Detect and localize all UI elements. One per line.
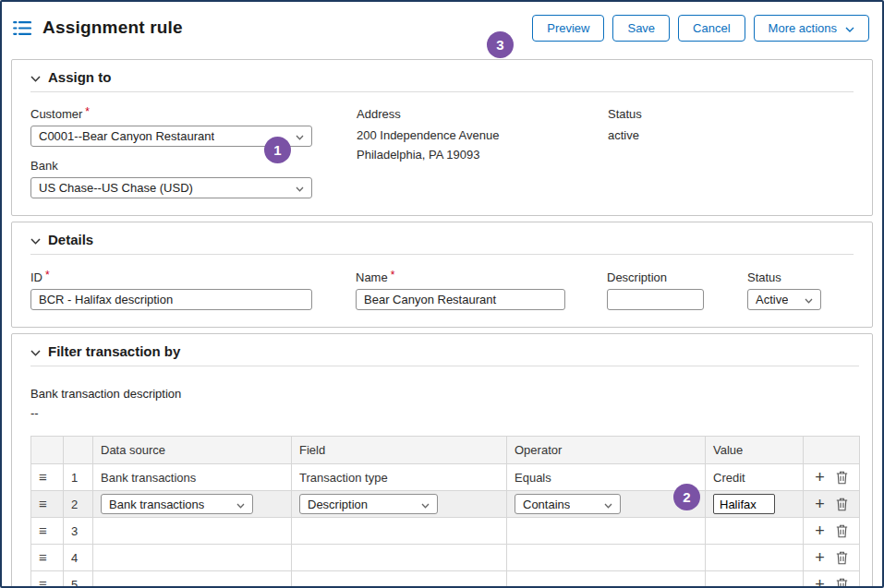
customer-field-group: Customer* C0001--Bear Canyon Restaurant <box>30 107 357 147</box>
chevron-down-icon <box>805 293 813 306</box>
header-actions: Preview Save Cancel More actions <box>532 15 869 42</box>
add-row-icon[interactable]: + <box>815 469 825 486</box>
table-row: ≡ 4 + <box>31 545 860 571</box>
filter-rules-table: Data source Field Operator Value ≡ 1 Ban… <box>30 436 860 588</box>
id-input[interactable] <box>30 289 312 310</box>
section-title: Filter transaction by <box>48 343 180 359</box>
assignment-rule-page: Assignment rule Preview Save Cancel More… <box>0 0 884 588</box>
annotation-badge-2: 2 <box>673 484 700 510</box>
table-row: ≡ 5 + <box>31 571 860 588</box>
add-row-icon[interactable]: + <box>815 549 825 566</box>
cell-value: Credit <box>706 464 804 491</box>
status-group: Status active <box>608 107 642 198</box>
drag-column-header <box>31 437 64 464</box>
more-actions-button[interactable]: More actions <box>754 15 869 42</box>
address-line-1: 200 Independence Avenue <box>357 126 608 145</box>
bank-transaction-description-label: Bank transaction description <box>30 387 859 401</box>
column-header-field: Field <box>292 437 507 464</box>
annotation-badge-3: 3 <box>487 31 514 58</box>
details-section-header[interactable]: Details <box>30 232 854 247</box>
cancel-button[interactable]: Cancel <box>678 15 745 42</box>
delete-row-icon[interactable] <box>836 524 848 538</box>
id-label: ID* <box>30 270 356 284</box>
menu-list-icon[interactable] <box>13 20 31 36</box>
field-select[interactable]: Description <box>299 494 438 514</box>
section-divider <box>30 91 854 92</box>
row-number: 2 <box>64 491 93 518</box>
drag-handle-icon[interactable]: ≡ <box>39 523 47 537</box>
name-input[interactable] <box>356 289 565 310</box>
address-line-2: Philadelphia, PA 19093 <box>357 145 608 164</box>
status-select[interactable]: Active <box>747 289 821 310</box>
id-field-group: ID* <box>30 270 356 310</box>
name-field-group: Name* <box>356 270 607 310</box>
drag-handle-icon[interactable]: ≡ <box>39 550 47 564</box>
chevron-down-icon <box>296 129 304 143</box>
row-number: 3 <box>64 518 93 545</box>
filter-section: Filter transaction by Bank transaction d… <box>11 333 873 588</box>
name-label: Name* <box>356 270 607 284</box>
bank-label: Bank <box>30 159 357 173</box>
status-value: active <box>608 126 642 145</box>
details-section: Details ID* Name* Description Status <box>11 222 873 328</box>
row-number: 4 <box>64 545 93 571</box>
section-title: Assign to <box>48 69 111 85</box>
table-row: ≡ 3 + <box>31 518 860 545</box>
add-row-icon[interactable]: + <box>815 496 825 512</box>
chevron-down-icon <box>236 498 245 511</box>
add-row-icon[interactable]: + <box>815 522 825 539</box>
description-input[interactable] <box>607 289 704 310</box>
section-title: Details <box>48 232 93 247</box>
delete-row-icon[interactable] <box>836 471 848 485</box>
required-marker: * <box>85 106 90 117</box>
drag-handle-icon[interactable]: ≡ <box>39 470 47 484</box>
filter-section-header[interactable]: Filter transaction by <box>30 343 859 359</box>
app-header: Assignment rule Preview Save Cancel More… <box>2 2 882 54</box>
drag-handle-icon[interactable]: ≡ <box>39 497 47 510</box>
chevron-down-icon <box>604 498 612 511</box>
column-header-operator: Operator <box>507 437 706 464</box>
chevron-down-icon <box>421 498 430 511</box>
actions-column-header <box>804 437 860 464</box>
description-label: Description <box>607 270 747 284</box>
row-number-column-header <box>64 437 93 464</box>
description-field-group: Description <box>607 270 747 310</box>
status-label: Status <box>747 270 821 284</box>
delete-row-icon[interactable] <box>836 551 848 565</box>
address-group: Address 200 Independence Avenue Philadel… <box>357 107 608 198</box>
chevron-down-icon <box>296 181 304 195</box>
assign-to-section-header[interactable]: Assign to <box>30 69 854 85</box>
table-header-row: Data source Field Operator Value <box>31 437 860 464</box>
operator-select[interactable]: Contains <box>515 494 621 514</box>
status-field-group: Status Active <box>747 270 821 310</box>
value-input[interactable] <box>713 494 775 514</box>
column-header-value: Value <box>706 437 804 464</box>
delete-row-icon[interactable] <box>836 578 848 588</box>
section-divider <box>30 254 854 255</box>
data-source-select[interactable]: Bank transactions <box>101 494 253 514</box>
assign-to-section: Assign to Customer* C0001--Bear Canyon R… <box>11 59 873 216</box>
drag-handle-icon[interactable]: ≡ <box>39 577 47 588</box>
bank-select[interactable]: US Chase--US Chase (USD) <box>30 177 312 198</box>
required-marker: * <box>45 270 50 281</box>
address-label: Address <box>357 107 608 121</box>
cell-data-source: Bank transactions <box>93 464 292 491</box>
row-number: 5 <box>64 571 93 588</box>
row-number: 1 <box>64 464 93 491</box>
customer-label: Customer* <box>30 107 357 121</box>
chevron-down-icon <box>845 21 854 35</box>
save-button[interactable]: Save <box>612 15 670 42</box>
bank-field-group: Bank US Chase--US Chase (USD) <box>30 159 357 198</box>
add-row-icon[interactable]: + <box>815 576 825 588</box>
cell-operator: Equals <box>507 464 706 491</box>
chevron-down-icon <box>30 343 41 359</box>
page-title: Assignment rule <box>42 18 183 38</box>
section-divider <box>30 366 859 366</box>
table-row: ≡ 1 Bank transactions Transaction type E… <box>31 464 860 491</box>
chevron-down-icon <box>30 232 41 247</box>
delete-row-icon[interactable] <box>836 498 848 511</box>
required-marker: * <box>391 270 395 281</box>
preview-button[interactable]: Preview <box>532 15 604 42</box>
annotation-badge-1: 1 <box>264 137 291 163</box>
status-label: Status <box>608 107 642 121</box>
